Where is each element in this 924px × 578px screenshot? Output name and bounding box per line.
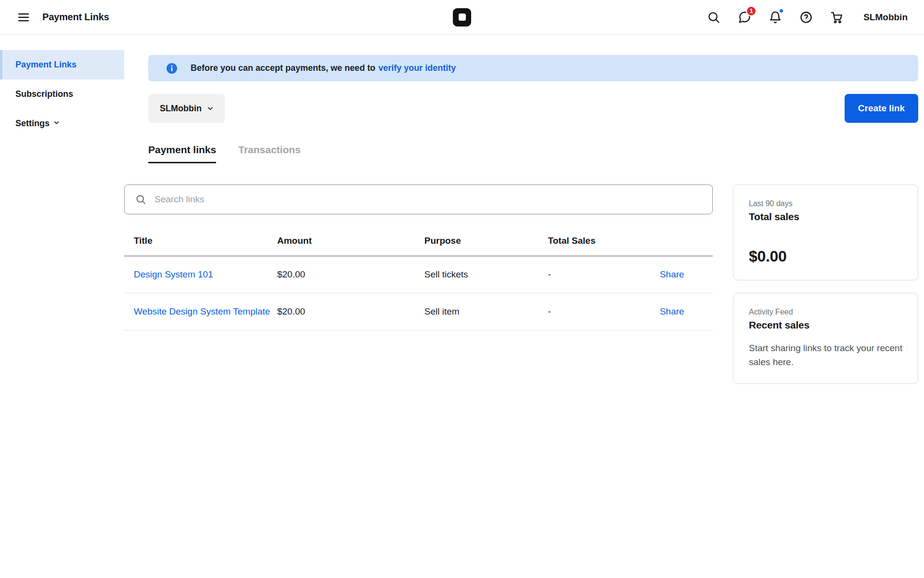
recent-sales-card: Activity Feed Recent sales Start sharing… [733, 293, 918, 384]
total-sales-cell: - [548, 293, 660, 330]
account-dropdown[interactable]: SLMobbin [148, 94, 225, 123]
col-header-amount: Amount [277, 225, 424, 256]
total-sales-eyebrow: Last 90 days [749, 199, 902, 208]
help-button[interactable] [799, 10, 813, 25]
share-button[interactable]: Share [660, 269, 684, 279]
table-header-row: Title Amount Purpose Total Sales [124, 225, 713, 256]
sidebar-item-payment-links[interactable]: Payment Links [0, 50, 124, 79]
recent-sales-title: Recent sales [749, 319, 902, 331]
amount-cell: $20.00 [277, 293, 424, 330]
identity-banner: Before you can accept payments, we need … [148, 55, 918, 81]
search-links-input[interactable] [125, 185, 712, 214]
share-button[interactable]: Share [660, 306, 684, 316]
chevron-down-icon [206, 105, 214, 112]
search-icon [707, 11, 720, 24]
info-icon [166, 63, 178, 74]
banner-text: Before you can accept payments, we need … [191, 63, 375, 73]
sidebar-item-label: Subscriptions [15, 89, 73, 99]
col-header-purpose: Purpose [424, 225, 548, 256]
main-content: Before you can accept payments, we need … [124, 35, 924, 578]
right-rail: Last 90 days Total sales $0.00 Activity … [733, 184, 918, 384]
col-header-total-sales: Total Sales [548, 225, 660, 256]
payment-link-title[interactable]: Design System 101 [134, 269, 213, 279]
sidebar: Payment Links Subscriptions Settings [0, 35, 124, 578]
menu-button[interactable] [16, 10, 31, 25]
top-bar: Payment Links 1 [0, 0, 924, 35]
create-link-button[interactable]: Create link [845, 94, 918, 123]
account-dropdown-label: SLMobbin [160, 104, 202, 114]
notification-dot [779, 8, 784, 13]
sidebar-item-subscriptions[interactable]: Subscriptions [0, 79, 124, 109]
page-title: Payment Links [42, 12, 109, 23]
verify-identity-link[interactable]: verify your identity [378, 63, 456, 73]
search-button[interactable] [706, 10, 721, 25]
total-sales-cell: - [548, 256, 660, 293]
total-sales-amount: $0.00 [749, 248, 902, 265]
recent-sales-eyebrow: Activity Feed [749, 308, 902, 316]
messages-badge: 1 [746, 6, 757, 16]
col-header-title: Title [124, 225, 277, 256]
amount-cell: $20.00 [277, 256, 424, 293]
tab-bar: Payment links Transactions [148, 144, 918, 163]
sidebar-item-label: Payment Links [15, 60, 77, 70]
tab-transactions[interactable]: Transactions [238, 144, 301, 163]
search-links-box [124, 184, 713, 214]
purpose-cell: Sell tickets [424, 256, 548, 293]
cart-button[interactable] [830, 10, 844, 25]
sidebar-item-label: Settings [15, 118, 50, 129]
hamburger-icon [17, 11, 30, 24]
notifications-button[interactable] [768, 10, 783, 25]
account-menu[interactable]: SLMobbin [863, 12, 908, 23]
cart-icon [830, 11, 844, 24]
table-row: Design System 101 $20.00 Sell tickets - … [124, 256, 713, 293]
table-row: Website Design System Template $20.00 Se… [124, 293, 713, 330]
chevron-down-icon [53, 118, 60, 129]
sidebar-item-settings[interactable]: Settings [0, 109, 124, 138]
col-header-actions [660, 225, 713, 256]
square-logo [453, 8, 471, 26]
total-sales-title: Total sales [749, 211, 902, 223]
tab-payment-links[interactable]: Payment links [148, 144, 216, 163]
total-sales-card: Last 90 days Total sales $0.00 [733, 184, 918, 280]
recent-sales-body: Start sharing links to track your recent… [749, 342, 902, 369]
payment-link-title[interactable]: Website Design System Template [134, 306, 270, 316]
messages-button[interactable]: 1 [737, 10, 752, 25]
payment-links-table: Title Amount Purpose Total Sales Design … [124, 225, 713, 330]
help-icon [799, 11, 813, 24]
purpose-cell: Sell item [424, 293, 548, 330]
